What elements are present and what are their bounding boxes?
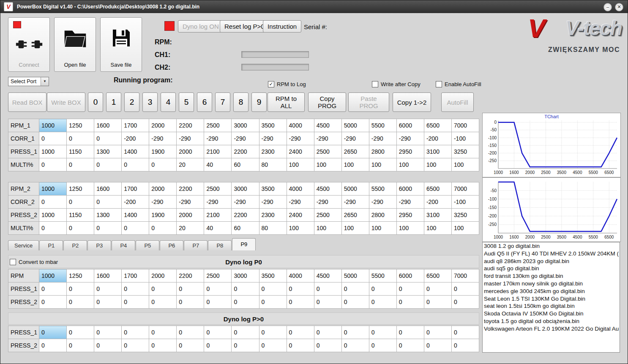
enable-autofill-checkbox[interactable]: Enable AutoFill [436, 81, 481, 87]
table-cell[interactable]: -290 [177, 132, 204, 145]
table-cell[interactable]: 1250 [67, 269, 94, 283]
table-cell[interactable]: 20 [177, 158, 204, 171]
table-cell[interactable]: 0 [67, 326, 94, 339]
table-cell[interactable]: 4500 [314, 182, 341, 196]
table-cell[interactable]: 100 [341, 158, 369, 171]
table-cell[interactable]: 0 [341, 283, 369, 296]
table-cell[interactable]: 0 [122, 283, 149, 296]
table-cell[interactable]: 1300 [94, 145, 122, 158]
table-cell[interactable]: 0 [177, 283, 204, 296]
table-cell[interactable]: 0 [94, 132, 122, 145]
table-cell[interactable]: 5000 [341, 269, 369, 283]
table-cell[interactable]: 0 [232, 326, 259, 339]
table-cell[interactable]: 0 [204, 283, 232, 296]
table-cell[interactable]: 0 [369, 326, 396, 339]
table-cell[interactable]: 40 [204, 158, 232, 171]
table-cell[interactable]: 4000 [287, 119, 314, 132]
tab-p3[interactable]: P3 [87, 240, 111, 250]
table-cell[interactable]: 0 [39, 158, 67, 171]
table-cell[interactable]: 2500 [314, 145, 341, 158]
table-cell[interactable]: 1150 [67, 145, 94, 158]
file-list-item[interactable]: audi q8 286km 2023 go digital.bin [483, 258, 620, 265]
tab-p6[interactable]: P6 [160, 240, 183, 250]
table-cell[interactable]: 2300 [259, 209, 287, 222]
table-cell[interactable]: 4000 [287, 269, 314, 283]
table-cell[interactable]: 1700 [122, 269, 149, 283]
table-cell[interactable]: 1150 [67, 209, 94, 222]
table-cell[interactable]: 1000 [39, 119, 67, 132]
file-list-item[interactable]: master 170km nowy silnik go digital.bin [483, 280, 620, 288]
table-cell[interactable]: 6500 [424, 269, 451, 283]
table-cell[interactable]: 100 [424, 158, 451, 171]
table-cell[interactable]: 2000 [177, 209, 204, 222]
checkbox-box[interactable] [372, 81, 378, 87]
table-cell[interactable]: -290 [204, 196, 232, 209]
table-cell[interactable]: 1400 [122, 145, 149, 158]
table-cell[interactable]: 0 [39, 132, 67, 145]
table-cell[interactable]: 0 [451, 283, 479, 296]
table-cell[interactable]: -290 [369, 132, 396, 145]
table-cell[interactable]: -100 [451, 132, 479, 145]
open-file-button[interactable]: Open file [54, 17, 96, 72]
table-cell[interactable]: 2950 [396, 209, 424, 222]
table-cell[interactable]: 2500 [204, 182, 232, 196]
table-cell[interactable]: 0 [287, 339, 314, 352]
file-list-item[interactable]: mercedes gle 300d 245km go digital.bin [483, 288, 620, 295]
table-cell[interactable]: 0 [341, 339, 369, 352]
table-cell[interactable]: 0 [314, 296, 341, 309]
table-cell[interactable]: 0 [424, 283, 451, 296]
table-cell[interactable]: 0 [67, 132, 94, 145]
file-list-item[interactable]: ford transit 130km go digital.bin [483, 272, 620, 280]
table-cell[interactable]: 1600 [94, 119, 122, 132]
program-digit-button-1[interactable]: 1 [106, 92, 121, 112]
table-cell[interactable]: -290 [177, 196, 204, 209]
table-cell[interactable]: 0 [204, 326, 232, 339]
table-cell[interactable]: 100 [287, 222, 314, 235]
table-cell[interactable]: 0 [94, 326, 122, 339]
table-cell[interactable]: 1000 [39, 209, 67, 222]
table-cell[interactable]: 5500 [369, 119, 396, 132]
table-cell[interactable]: 3500 [259, 182, 287, 196]
table-cell[interactable]: -290 [259, 196, 287, 209]
table-cell[interactable]: 0 [122, 222, 149, 235]
table-cell[interactable]: 0 [451, 339, 479, 352]
table-cell[interactable]: 4000 [287, 182, 314, 196]
close-button[interactable]: ✕ [615, 3, 623, 11]
program-digit-button-8[interactable]: 8 [233, 92, 248, 112]
rpm-to-all-button[interactable]: RPM to ALL [268, 92, 305, 112]
table-cell[interactable]: 4500 [314, 269, 341, 283]
table-cell[interactable]: 0 [396, 339, 424, 352]
table-cell[interactable]: 0 [451, 296, 479, 309]
table-cell[interactable]: 0 [314, 283, 341, 296]
tab-service[interactable]: Service [8, 240, 39, 250]
table-cell[interactable]: 0 [122, 296, 149, 309]
table-cell[interactable]: 0 [94, 296, 122, 309]
table-cell[interactable]: 2400 [287, 145, 314, 158]
table-cell[interactable]: 1000 [39, 145, 67, 158]
program-digit-button-9[interactable]: 9 [251, 92, 267, 112]
table-cell[interactable]: 1250 [67, 119, 94, 132]
table-cell[interactable]: 0 [259, 283, 287, 296]
table-cell[interactable]: 5500 [369, 269, 396, 283]
table-cell[interactable]: -290 [314, 196, 341, 209]
program-digit-button-6[interactable]: 6 [197, 92, 212, 112]
table-cell[interactable]: 6500 [424, 182, 451, 196]
table-cell[interactable]: 2950 [396, 145, 424, 158]
table-cell[interactable]: 7000 [451, 269, 479, 283]
table-cell[interactable]: 2800 [369, 209, 396, 222]
table-cell[interactable]: 100 [287, 158, 314, 171]
table-cell[interactable]: 0 [94, 158, 122, 171]
table-cell[interactable]: 2500 [204, 119, 232, 132]
table-cell[interactable]: 0 [259, 339, 287, 352]
table-cell[interactable]: 3100 [424, 145, 451, 158]
table-cell[interactable]: 2650 [341, 209, 369, 222]
table-cell[interactable]: 0 [67, 283, 94, 296]
table-cell[interactable]: 0 [149, 326, 177, 339]
checkbox-box[interactable] [436, 81, 442, 87]
table-cell[interactable]: 0 [149, 283, 177, 296]
checkbox-box[interactable]: ✓ [268, 81, 274, 87]
table-cell[interactable]: 2400 [287, 209, 314, 222]
table-cell[interactable]: -290 [204, 132, 232, 145]
program-digit-button-7[interactable]: 7 [215, 92, 230, 112]
table-cell[interactable]: 0 [232, 296, 259, 309]
